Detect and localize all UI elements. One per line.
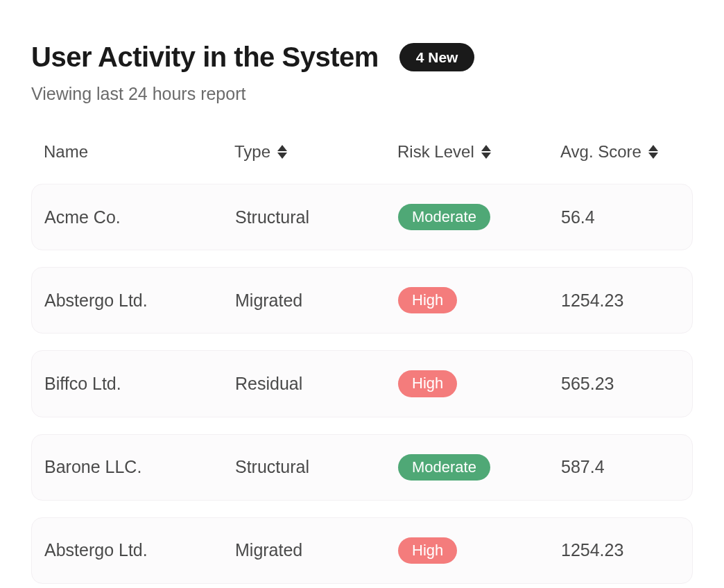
sort-desc-icon xyxy=(481,153,491,159)
risk-badge: High xyxy=(398,370,457,397)
sort-desc-icon xyxy=(277,153,287,159)
risk-badge: Moderate xyxy=(398,204,490,230)
risk-badge: High xyxy=(398,537,457,564)
sort-asc-icon xyxy=(481,145,491,151)
table-row[interactable]: Biffco Ltd.ResidualHigh565.23 xyxy=(31,350,693,417)
column-label: Avg. Score xyxy=(560,142,641,162)
page-subtitle: Viewing last 24 hours report xyxy=(31,84,693,104)
cell-risk: High xyxy=(398,287,561,313)
sort-desc-icon xyxy=(648,153,658,159)
cell-name: Acme Co. xyxy=(44,207,235,227)
cell-type: Migrated xyxy=(235,540,398,560)
cell-score: 1254.23 xyxy=(561,291,680,311)
column-header-score[interactable]: Avg. Score xyxy=(560,142,680,162)
cell-score: 1254.23 xyxy=(561,540,680,560)
risk-badge: Moderate xyxy=(398,454,490,481)
sort-asc-icon xyxy=(648,145,658,151)
table-row[interactable]: Abstergo Ltd.MigratedHigh1254.23 xyxy=(31,517,693,584)
cell-risk: High xyxy=(398,370,561,397)
cell-score: 56.4 xyxy=(561,207,680,227)
column-header-name: Name xyxy=(44,142,234,162)
column-header-type[interactable]: Type xyxy=(234,142,397,162)
table-body: Acme Co.StructuralModerate56.4Abstergo L… xyxy=(31,184,693,584)
cell-risk: Moderate xyxy=(398,454,561,481)
cell-score: 565.23 xyxy=(561,374,680,394)
column-header-risk[interactable]: Risk Level xyxy=(397,142,560,162)
table-row[interactable]: Barone LLC.StructuralModerate587.4 xyxy=(31,434,693,501)
column-label: Type xyxy=(234,142,270,162)
sort-icon[interactable] xyxy=(277,145,287,159)
cell-score: 587.4 xyxy=(561,457,680,477)
table-row[interactable]: Acme Co.StructuralModerate56.4 xyxy=(31,184,693,250)
cell-name: Abstergo Ltd. xyxy=(44,291,235,311)
table-row[interactable]: Abstergo Ltd.MigratedHigh1254.23 xyxy=(31,267,693,334)
column-label: Name xyxy=(44,142,88,162)
column-label: Risk Level xyxy=(397,142,474,162)
new-count-badge: 4 New xyxy=(399,43,475,71)
cell-type: Residual xyxy=(235,374,398,394)
cell-name: Barone LLC. xyxy=(44,457,235,477)
table-header: Name Type Risk Level Avg. Score xyxy=(31,142,693,184)
cell-type: Structural xyxy=(235,457,398,477)
sort-icon[interactable] xyxy=(648,145,658,159)
cell-risk: High xyxy=(398,537,561,564)
page-title: User Activity in the System xyxy=(31,42,379,73)
risk-badge: High xyxy=(398,287,457,313)
cell-name: Abstergo Ltd. xyxy=(44,540,235,560)
cell-risk: Moderate xyxy=(398,204,561,230)
cell-type: Structural xyxy=(235,207,398,227)
sort-icon[interactable] xyxy=(481,145,491,159)
cell-name: Biffco Ltd. xyxy=(44,374,235,394)
cell-type: Migrated xyxy=(235,291,398,311)
sort-asc-icon xyxy=(277,145,287,151)
